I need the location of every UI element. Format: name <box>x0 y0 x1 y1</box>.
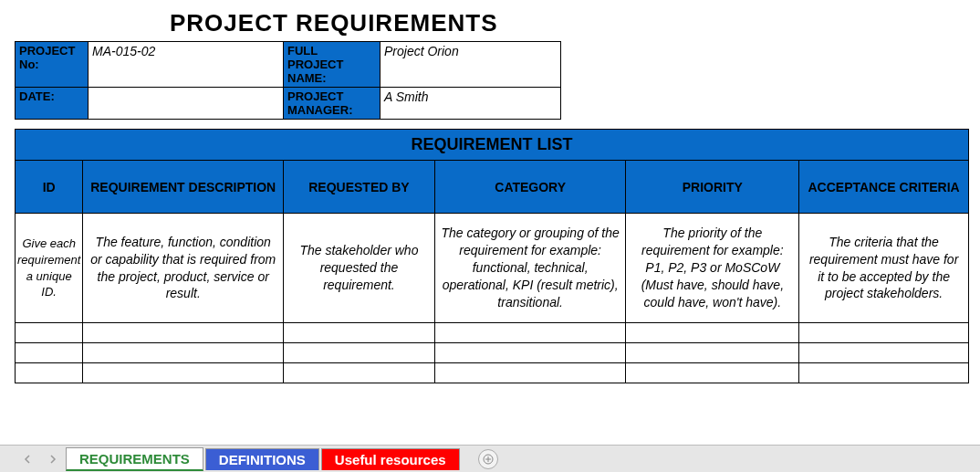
col-priority: PRIORITY <box>626 161 799 214</box>
guidance-cat[interactable]: The category or grouping of the requirem… <box>434 214 626 323</box>
pm-value[interactable]: A Smith <box>381 88 561 120</box>
date-value[interactable] <box>89 88 284 120</box>
tab-useful-resources[interactable]: Useful resources <box>321 448 460 470</box>
table-row[interactable] <box>16 323 969 343</box>
page-title: PROJECT REQUIREMENTS <box>170 9 980 37</box>
date-label: DATE: <box>16 88 89 120</box>
full-name-label: FULL PROJECT NAME: <box>284 42 381 88</box>
col-acceptance: ACCEPTANCE CRITERIA <box>799 161 969 214</box>
col-requested-by: REQUESTED BY <box>284 161 435 214</box>
pm-label: PROJECT MANAGER: <box>284 88 381 120</box>
col-category: CATEGORY <box>434 161 626 214</box>
scroll-left-icon[interactable] <box>18 450 36 468</box>
guidance-row: Give each requirement a unique ID. The f… <box>16 214 969 323</box>
guidance-reqby[interactable]: The stakeholder who requested the requir… <box>284 214 435 323</box>
requirement-list-header: REQUIREMENT LIST <box>16 130 969 161</box>
table-row[interactable] <box>16 363 969 383</box>
project-no-value[interactable]: MA-015-02 <box>89 42 284 88</box>
guidance-accept[interactable]: The criteria that the requirement must h… <box>799 214 969 323</box>
guidance-id[interactable]: Give each requirement a unique ID. <box>16 214 83 323</box>
requirements-table: REQUIREMENT LIST ID REQUIREMENT DESCRIPT… <box>15 129 969 383</box>
guidance-desc[interactable]: The feature, function, condition or capa… <box>83 214 284 323</box>
col-description: REQUIREMENT DESCRIPTION <box>83 161 284 214</box>
full-name-value[interactable]: Project Orion <box>381 42 561 88</box>
meta-table: PROJECT No: MA-015-02 FULL PROJECT NAME:… <box>15 41 561 120</box>
sheet-tabs: REQUIREMENTS DEFINITIONS Useful resource… <box>0 445 980 472</box>
new-sheet-button[interactable] <box>478 449 498 469</box>
col-id: ID <box>16 161 83 214</box>
scroll-right-icon[interactable] <box>44 450 62 468</box>
guidance-priority[interactable]: The priority of the requirement for exam… <box>626 214 799 323</box>
project-no-label: PROJECT No: <box>16 42 89 88</box>
table-row[interactable] <box>16 343 969 363</box>
tab-definitions[interactable]: DEFINITIONS <box>205 448 319 470</box>
tab-requirements[interactable]: REQUIREMENTS <box>66 447 203 471</box>
